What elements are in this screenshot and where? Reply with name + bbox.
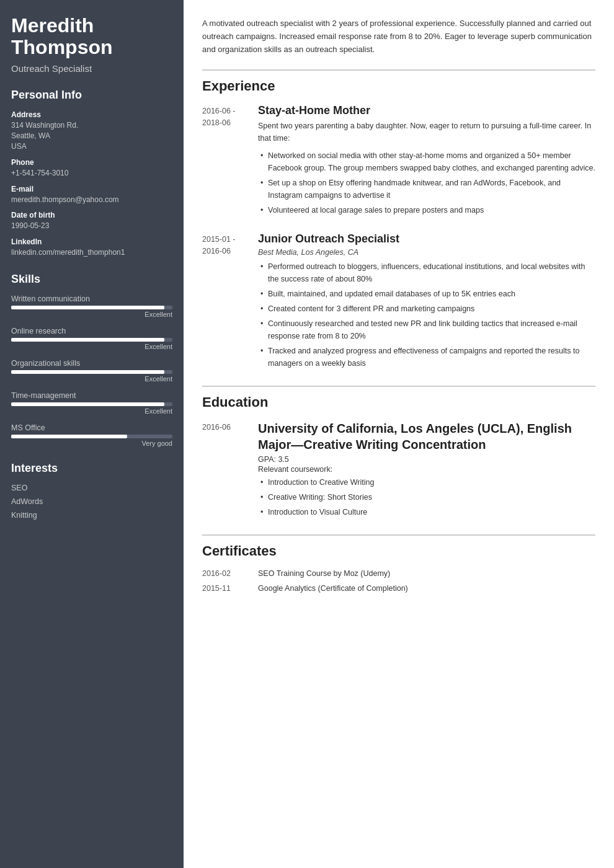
- exp-content: Stay-at-Home MotherSpent two years paren…: [258, 104, 595, 219]
- certificate-item: 2016-02SEO Training Course by Moz (Udemy…: [202, 569, 595, 578]
- skill-bar-fill: [11, 402, 164, 406]
- skills-list: Written communicationExcellentOnline res…: [11, 294, 172, 447]
- skill-level: Excellent: [11, 311, 172, 318]
- skills-section-title: Skills: [11, 273, 172, 286]
- exp-bullets: Performed outreach to bloggers, influenc…: [258, 260, 595, 370]
- skill-name: Written communication: [11, 294, 172, 303]
- skill-level: Excellent: [11, 375, 172, 383]
- skill-item: Written communicationExcellent: [11, 294, 172, 318]
- main-content: A motivated outreach specialist with 2 y…: [184, 0, 614, 868]
- interests-section-title: Interests: [11, 462, 172, 475]
- interest-item: AdWords: [11, 497, 172, 506]
- skill-name: Organizational skills: [11, 359, 172, 368]
- edu-degree: University of California, Los Angeles (U…: [258, 420, 595, 453]
- linkedin-label: LinkedIn: [11, 237, 172, 246]
- experience-item: 2015-01 - 2016-06Junior Outreach Special…: [202, 232, 595, 372]
- skill-bar-container: [11, 306, 172, 309]
- sidebar: Meredith Thompson Outreach Specialist Pe…: [0, 0, 184, 868]
- exp-job-title: Junior Outreach Specialist: [258, 232, 595, 246]
- summary-text: A motivated outreach specialist with 2 y…: [202, 17, 595, 56]
- sidebar-name: Meredith Thompson: [11, 15, 172, 58]
- exp-bullet: Networked on social media with other sta…: [258, 149, 595, 174]
- skill-level: Very good: [11, 440, 172, 447]
- education-section: Education 2016-06University of Californi…: [202, 386, 595, 521]
- skill-bar-container: [11, 435, 172, 438]
- skill-bar-container: [11, 370, 172, 374]
- education-section-title: Education: [202, 386, 595, 410]
- skill-bar-fill: [11, 338, 164, 342]
- skill-item: Time-managementExcellent: [11, 391, 172, 415]
- experience-item: 2016-06 - 2018-06Stay-at-Home MotherSpen…: [202, 104, 595, 219]
- skill-level: Excellent: [11, 343, 172, 350]
- address-label: Address: [11, 110, 172, 119]
- edu-coursework-item: Introduction to Visual Culture: [258, 506, 595, 518]
- edu-coursework-item: Introduction to Creative Writing: [258, 476, 595, 489]
- phone-value: +1-541-754-3010: [11, 168, 172, 179]
- certificates-list: 2016-02SEO Training Course by Moz (Udemy…: [202, 569, 595, 593]
- edu-coursework-list: Introduction to Creative WritingCreative…: [258, 476, 595, 518]
- edu-gpa: GPA: 3.5: [258, 455, 595, 464]
- cert-name: SEO Training Course by Moz (Udemy): [258, 569, 390, 578]
- exp-date: 2016-06 - 2018-06: [202, 104, 258, 219]
- experience-list: 2016-06 - 2018-06Stay-at-Home MotherSpen…: [202, 104, 595, 372]
- phone-label: Phone: [11, 158, 172, 167]
- skill-bar-fill: [11, 370, 164, 374]
- interests-list: SEOAdWordsKnitting: [11, 484, 172, 520]
- exp-bullet: Continuously researched and tested new P…: [258, 317, 595, 342]
- exp-bullet: Volunteered at local garage sales to pre…: [258, 204, 595, 216]
- certificates-section: Certificates 2016-02SEO Training Course …: [202, 534, 595, 593]
- dob-label: Date of birth: [11, 211, 172, 219]
- sidebar-title: Outreach Specialist: [11, 63, 172, 74]
- skill-bar-fill: [11, 306, 164, 309]
- linkedin-value: linkedin.com/meredith_thomphon1: [11, 247, 172, 258]
- edu-content: University of California, Los Angeles (U…: [258, 420, 595, 521]
- cert-date: 2016-02: [202, 569, 258, 578]
- exp-job-title: Stay-at-Home Mother: [258, 104, 595, 117]
- skill-bar-container: [11, 338, 172, 342]
- exp-content: Junior Outreach SpecialistBest Media, Lo…: [258, 232, 595, 372]
- exp-date: 2015-01 - 2016-06: [202, 232, 258, 372]
- certificates-section-title: Certificates: [202, 534, 595, 559]
- exp-description: Spent two years parenting a baby daughte…: [258, 120, 595, 144]
- cert-name: Google Analytics (Certificate of Complet…: [258, 584, 408, 593]
- edu-coursework-label: Relevant coursework:: [258, 465, 595, 474]
- cert-date: 2015-11: [202, 584, 258, 593]
- personal-info-section-title: Personal Info: [11, 89, 172, 102]
- skill-bar-fill: [11, 435, 127, 438]
- skill-name: Time-management: [11, 391, 172, 400]
- exp-company: Best Media, Los Angeles, CA: [258, 248, 595, 257]
- skill-name: Online research: [11, 327, 172, 335]
- email-label: E-mail: [11, 185, 172, 193]
- skill-item: Organizational skillsExcellent: [11, 359, 172, 383]
- skill-item: Online researchExcellent: [11, 327, 172, 350]
- interest-item: SEO: [11, 484, 172, 492]
- exp-bullet: Built, maintained, and updated email dat…: [258, 288, 595, 300]
- skill-level: Excellent: [11, 407, 172, 415]
- experience-section: Experience 2016-06 - 2018-06Stay-at-Home…: [202, 69, 595, 372]
- exp-bullet: Created content for 3 different PR and m…: [258, 303, 595, 315]
- education-list: 2016-06University of California, Los Ang…: [202, 420, 595, 521]
- exp-bullet: Set up a shop on Etsy offering handmade …: [258, 177, 595, 202]
- address-line2: Seattle, WA: [11, 131, 172, 141]
- exp-bullet: Performed outreach to bloggers, influenc…: [258, 260, 595, 285]
- exp-bullets: Networked on social media with other sta…: [258, 149, 595, 216]
- certificate-item: 2015-11Google Analytics (Certificate of …: [202, 584, 595, 593]
- email-value: meredith.thompson@yahoo.com: [11, 195, 172, 205]
- edu-date: 2016-06: [202, 420, 258, 521]
- dob-value: 1990-05-23: [11, 221, 172, 231]
- experience-section-title: Experience: [202, 69, 595, 94]
- skill-bar-container: [11, 402, 172, 406]
- education-item: 2016-06University of California, Los Ang…: [202, 420, 595, 521]
- address-line3: USA: [11, 141, 172, 152]
- address-line1: 314 Washington Rd.: [11, 120, 172, 131]
- edu-coursework-item: Creative Writing: Short Stories: [258, 491, 595, 503]
- exp-bullet: Tracked and analyzed progress and effect…: [258, 345, 595, 370]
- interest-item: Knitting: [11, 511, 172, 520]
- skill-item: MS OfficeVery good: [11, 423, 172, 447]
- skill-name: MS Office: [11, 423, 172, 432]
